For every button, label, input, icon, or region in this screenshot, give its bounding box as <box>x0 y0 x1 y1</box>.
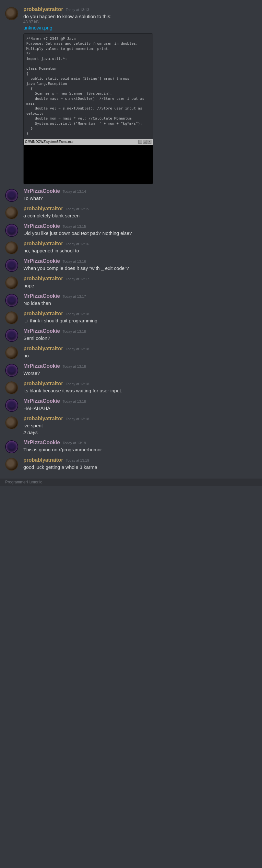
message-content: probablyatraitor Today at 13:18 ...i thi… <box>23 311 257 324</box>
svg-point-34 <box>8 333 16 339</box>
message-content: probablyatraitor Today at 13:17 nope <box>23 276 257 289</box>
avatar <box>5 276 18 289</box>
message-group: probablyatraitor Today at 13:13 do you h… <box>0 5 262 186</box>
avatar <box>5 189 18 202</box>
svg-point-45 <box>9 385 11 386</box>
message-text: Worse? <box>23 370 257 376</box>
message-text: ive spent <box>23 422 257 429</box>
message-group: probablyatraitor Today at 13:15 a comple… <box>0 205 262 221</box>
username: probablyatraitor <box>23 381 63 386</box>
svg-point-22 <box>5 276 18 289</box>
svg-point-3 <box>9 11 11 13</box>
black-screen <box>24 145 153 184</box>
svg-point-59 <box>9 461 11 463</box>
window-title: C:\WINDOWS\system32\cmd.exe <box>25 140 73 144</box>
maximize-btn: □ <box>143 140 147 144</box>
avatar <box>5 311 18 324</box>
svg-point-12 <box>5 224 18 237</box>
message-content: MrPizzaCookie Today at 13:18 Semi colon? <box>23 328 257 342</box>
svg-point-55 <box>8 445 16 450</box>
svg-point-39 <box>13 350 14 351</box>
message-group: MrPizzaCookie Today at 13:17 No idea the… <box>0 292 262 308</box>
message-text: a completely blank screen <box>23 212 257 219</box>
avatar <box>5 364 18 377</box>
message-content: probablyatraitor Today at 13:13 do you h… <box>23 6 257 184</box>
timestamp: Today at 13:18 <box>66 417 89 421</box>
minimize-btn: _ <box>139 140 142 144</box>
message-header: MrPizzaCookie Today at 13:15 <box>23 223 257 229</box>
message-group: probablyatraitor Today at 13:19 good luc… <box>0 456 262 472</box>
avatar <box>5 440 18 453</box>
timestamp: Today at 13:18 <box>63 365 86 368</box>
svg-point-53 <box>13 420 14 422</box>
svg-point-28 <box>10 299 13 302</box>
message-text: HAHAHAHA <box>23 405 257 411</box>
svg-point-2 <box>5 7 18 20</box>
svg-point-27 <box>8 299 16 304</box>
message-group: MrPizzaCookie Today at 13:16 When you co… <box>0 257 262 273</box>
svg-point-40 <box>5 364 18 377</box>
svg-point-16 <box>9 244 14 249</box>
close-btn: × <box>148 140 151 144</box>
message-header: MrPizzaCookie Today at 13:14 <box>23 188 257 194</box>
message-header: probablyatraitor Today at 13:17 <box>23 276 257 282</box>
avatar <box>5 416 18 429</box>
timestamp: Today at 13:17 <box>66 277 89 281</box>
svg-point-48 <box>8 403 16 409</box>
message-text: no, happened in school to <box>23 247 257 254</box>
message-header: probablyatraitor Today at 13:13 <box>23 6 257 12</box>
timestamp: Today at 13:18 <box>66 382 89 386</box>
code-preview: /*Name: +7-2345 @P-Java Purpose: Get mas… <box>24 34 153 139</box>
timestamp: Today at 13:19 <box>66 459 89 462</box>
svg-point-54 <box>5 440 18 453</box>
message-text: This is going on r/programmerhumor <box>23 446 257 453</box>
attachment-size: 43.97 kB <box>23 20 257 24</box>
message-content: probablyatraitor Today at 13:18 its blan… <box>23 381 257 394</box>
svg-point-7 <box>10 194 13 197</box>
timestamp: Today at 13:18 <box>63 400 86 403</box>
svg-point-52 <box>9 420 11 422</box>
username: probablyatraitor <box>23 6 63 12</box>
message-content: MrPizzaCookie Today at 13:18 HAHAHAHA <box>23 398 257 412</box>
svg-point-13 <box>8 228 16 234</box>
svg-point-42 <box>10 369 13 372</box>
attachment-link[interactable]: unknown.png <box>23 25 52 30</box>
message-content: MrPizzaCookie Today at 13:14 To what? <box>23 188 257 202</box>
svg-point-36 <box>5 346 18 359</box>
message-text: No idea then <box>23 300 257 307</box>
avatar <box>5 224 18 237</box>
svg-point-41 <box>8 368 16 374</box>
message-text: To what? <box>23 195 257 202</box>
svg-point-50 <box>5 416 18 429</box>
avatar <box>5 207 18 219</box>
svg-point-19 <box>5 259 18 272</box>
username: MrPizzaCookie <box>23 328 60 334</box>
footer-text: ProgrammerHumor.io <box>5 480 42 485</box>
avatar <box>5 259 18 272</box>
username: probablyatraitor <box>23 241 63 247</box>
username: probablyatraitor <box>23 206 63 212</box>
username: MrPizzaCookie <box>23 258 60 264</box>
avatar <box>5 346 18 359</box>
svg-point-4 <box>13 11 14 13</box>
message-group: MrPizzaCookie Today at 13:15 Did you lik… <box>0 222 262 238</box>
svg-point-6 <box>8 193 16 198</box>
svg-point-30 <box>9 314 14 319</box>
svg-point-8 <box>5 207 18 219</box>
message-header: probablyatraitor Today at 13:18 <box>23 416 257 422</box>
window-bar: C:\WINDOWS\system32\cmd.exe _ □ × <box>24 139 153 145</box>
message-content: MrPizzaCookie Today at 13:19 This is goi… <box>23 440 257 453</box>
svg-point-56 <box>10 445 13 448</box>
message-content: probablyatraitor Today at 13:18 no <box>23 346 257 359</box>
svg-point-29 <box>5 311 18 324</box>
username: MrPizzaCookie <box>23 293 60 299</box>
timestamp: Today at 13:17 <box>63 294 86 299</box>
avatar <box>5 329 18 342</box>
username: MrPizzaCookie <box>23 188 60 194</box>
message-header: MrPizzaCookie Today at 13:19 <box>23 440 257 445</box>
timestamp: Today at 13:18 <box>63 330 86 333</box>
timestamp: Today at 13:18 <box>66 347 89 351</box>
timestamp: Today at 13:19 <box>63 441 86 445</box>
message-content: probablyatraitor Today at 13:15 a comple… <box>23 206 257 219</box>
message-content: MrPizzaCookie Today at 13:15 Did you lik… <box>23 223 257 237</box>
